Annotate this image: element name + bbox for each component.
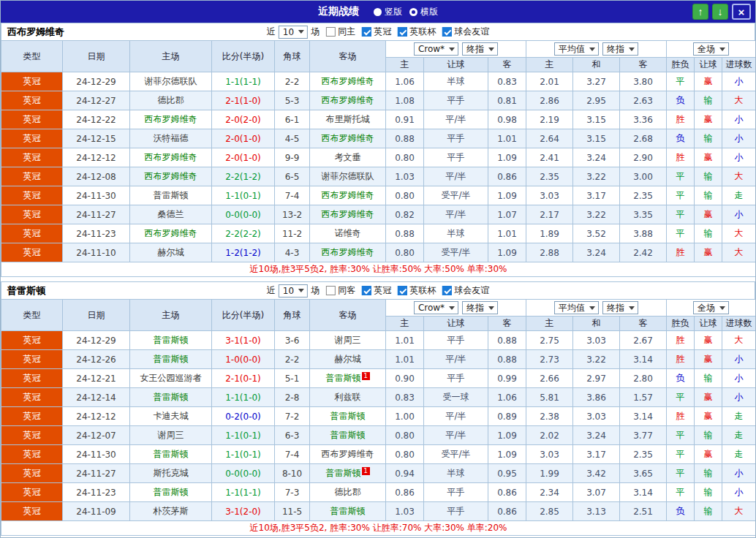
- match-row[interactable]: 英冠 24-11-09 朴茨茅斯 3-1(2-0) 11-5 普雷斯顿 1.03…: [1, 502, 756, 521]
- home-team-cell[interactable]: 普雷斯顿: [130, 483, 212, 502]
- match-row[interactable]: 英冠 24-12-14 普雷斯顿 1-1(1-0) 2-8 利兹联 0.83 受…: [1, 388, 756, 407]
- match-row[interactable]: 英冠 24-12-26 普雷斯顿 1-0(0-0) 2-2 赫尔城 1.01 平…: [1, 350, 756, 369]
- match-row[interactable]: 英冠 24-12-21 女王公园巡游者 2-1(0-1) 5-1 普雷斯顿1 0…: [1, 369, 756, 388]
- score-cell: 2-2(2-2): [212, 224, 275, 243]
- match-row[interactable]: 英冠 24-11-10 赫尔城 1-2(1-2) 4-3 西布罗姆维奇 0.80…: [1, 243, 756, 262]
- match-row[interactable]: 英冠 24-11-23 普雷斯顿 1-1(1-1) 7-3 德比郡 0.86 平…: [1, 483, 756, 502]
- away-team-cell[interactable]: 普雷斯顿: [310, 407, 386, 426]
- home-team-cell[interactable]: 桑德兰: [130, 205, 212, 224]
- match-count-select[interactable]: 10: [279, 284, 308, 298]
- match-row[interactable]: 英冠 24-12-07 谢周三 1-1(0-1) 6-3 普雷斯顿 0.80 平…: [1, 426, 756, 445]
- away-team-cell[interactable]: 西布罗姆维奇: [310, 129, 386, 148]
- home-team-cell[interactable]: 西布罗姆维奇: [130, 148, 212, 167]
- home-team-cell[interactable]: 谢菲尔德联队: [130, 72, 212, 91]
- asia-away-odds-cell: 1.06: [488, 388, 526, 407]
- euro-odds-source-select[interactable]: 平均值: [554, 301, 599, 314]
- match-row[interactable]: 英冠 24-11-30 普雷斯顿 1-1(0-1) 7-4 西布罗姆维奇 0.8…: [1, 186, 756, 205]
- home-team-cell[interactable]: 朴茨茅斯: [130, 502, 212, 521]
- away-team-cell[interactable]: 西布罗姆维奇: [310, 91, 386, 110]
- match-row[interactable]: 英冠 24-12-08 西布罗姆维奇 2-2(1-2) 6-5 谢菲尔德联队 1…: [1, 167, 756, 186]
- home-team-cell[interactable]: 沃特福德: [130, 129, 212, 148]
- match-row[interactable]: 英冠 24-12-12 卡迪夫城 0-2(0-0) 7-2 普雷斯顿 1.00 …: [1, 407, 756, 426]
- away-team-cell[interactable]: 诺维奇: [310, 224, 386, 243]
- asia-odds-source-select[interactable]: Crow*: [414, 301, 458, 314]
- euro-home-odds-cell: 2.85: [526, 502, 573, 521]
- scope-select[interactable]: 全场: [693, 42, 729, 56]
- away-team-cell[interactable]: 西布罗姆维奇: [310, 205, 386, 224]
- filter-checkbox-friendly[interactable]: 球会友谊: [442, 284, 489, 297]
- home-team-cell[interactable]: 德比郡: [130, 91, 212, 110]
- asia-odds-final-select[interactable]: 终指: [462, 301, 498, 314]
- away-team-cell[interactable]: 普雷斯顿1: [310, 464, 386, 483]
- away-team-cell[interactable]: 利兹联: [310, 388, 386, 407]
- away-team-cell[interactable]: 西布罗姆维奇: [310, 72, 386, 91]
- home-team-cell[interactable]: 普雷斯顿: [130, 186, 212, 205]
- away-team-cell[interactable]: 赫尔城: [310, 350, 386, 369]
- away-team-cell[interactable]: 普雷斯顿: [310, 426, 386, 445]
- home-team-cell[interactable]: 普雷斯顿: [130, 445, 212, 464]
- asia-odds-source-select[interactable]: Crow*: [414, 42, 458, 56]
- euro-odds-final-select[interactable]: 终指: [602, 301, 638, 314]
- match-row[interactable]: 英冠 24-12-27 德比郡 2-1(1-0) 5-3 西布罗姆维奇 1.08…: [1, 91, 756, 110]
- euro-draw-odds-cell: 3.22: [573, 205, 620, 224]
- date-cell: 24-12-08: [63, 167, 130, 186]
- away-team-cell[interactable]: 西布罗姆维奇: [310, 186, 386, 205]
- away-team-cell[interactable]: 普雷斯顿1: [310, 369, 386, 388]
- euro-odds-final-select[interactable]: 终指: [602, 42, 638, 56]
- up-arrow-icon: ↑: [698, 7, 703, 17]
- match-row[interactable]: 英冠 24-11-23 西布罗姆维奇 2-2(2-2) 11-2 诺维奇 0.8…: [1, 224, 756, 243]
- result-wdl-cell: 平: [667, 483, 695, 502]
- away-team-cell[interactable]: 谢周三: [310, 331, 386, 350]
- match-row[interactable]: 英冠 24-12-29 普雷斯顿 3-1(1-0) 3-6 谢周三 1.01 平…: [1, 331, 756, 350]
- away-team-cell[interactable]: 德比郡: [310, 483, 386, 502]
- match-row[interactable]: 英冠 24-12-12 西布罗姆维奇 2-0(1-0) 9-9 考文垂 0.80…: [1, 148, 756, 167]
- match-row[interactable]: 英冠 24-12-15 沃特福德 2-0(1-0) 4-5 西布罗姆维奇 0.8…: [1, 129, 756, 148]
- filter-checkbox-league-cup[interactable]: 英联杯: [398, 26, 436, 38]
- filter-checkbox-same-venue[interactable]: 同客: [326, 284, 355, 297]
- result-wdl-cell: 胜: [667, 350, 695, 369]
- home-team-cell[interactable]: 谢周三: [130, 426, 212, 445]
- match-row[interactable]: 英冠 24-11-27 桑德兰 0-0(0-0) 13-2 西布罗姆维奇 0.8…: [1, 205, 756, 224]
- col-header-home: 主场: [130, 41, 212, 72]
- match-row[interactable]: 英冠 24-12-22 西布罗姆维奇 2-0(2-0) 6-1 布里斯托城 0.…: [1, 110, 756, 129]
- home-team-cell[interactable]: 斯托克城: [130, 464, 212, 483]
- radio-icon: [409, 8, 417, 16]
- filter-checkbox-same-venue[interactable]: 同主: [326, 26, 355, 38]
- home-team-cell[interactable]: 卡迪夫城: [130, 407, 212, 426]
- asia-away-odds-cell: 0.86: [488, 502, 526, 521]
- view-option-horizontal[interactable]: 横版: [409, 6, 438, 18]
- scope-select[interactable]: 全场: [693, 301, 729, 314]
- match-count-select[interactable]: 10: [279, 26, 308, 39]
- filter-checkbox-league-cup[interactable]: 英联杯: [398, 284, 436, 297]
- match-row[interactable]: 英冠 24-12-29 谢菲尔德联队 1-1(1-1) 2-2 西布罗姆维奇 1…: [1, 72, 756, 91]
- euro-home-odds-cell: 2.75: [526, 331, 573, 350]
- home-team-cell[interactable]: 西布罗姆维奇: [130, 167, 212, 186]
- home-team-cell[interactable]: 普雷斯顿: [130, 388, 212, 407]
- away-team-cell[interactable]: 考文垂: [310, 148, 386, 167]
- home-team-cell[interactable]: 女王公园巡游者: [130, 369, 212, 388]
- filter-checkbox-championship[interactable]: 英冠: [362, 284, 391, 297]
- filter-checkbox-friendly[interactable]: 球会友谊: [442, 26, 489, 38]
- euro-odds-source-select[interactable]: 平均值: [554, 42, 599, 56]
- asia-away-odds-cell: 1.09: [488, 148, 526, 167]
- home-team-cell[interactable]: 普雷斯顿: [130, 350, 212, 369]
- euro-home-odds-cell: 2.73: [526, 350, 573, 369]
- home-team-cell[interactable]: 普雷斯顿: [130, 331, 212, 350]
- league-cell: 英冠: [1, 464, 63, 483]
- view-option-vertical[interactable]: 竖版: [374, 6, 402, 18]
- away-team-cell[interactable]: 西布罗姆维奇: [310, 445, 386, 464]
- close-button[interactable]: ×: [732, 4, 751, 20]
- away-team-cell[interactable]: 谢菲尔德联队: [310, 167, 386, 186]
- home-team-cell[interactable]: 西布罗姆维奇: [130, 110, 212, 129]
- match-row[interactable]: 英冠 24-11-27 斯托克城 0-0(0-0) 8-10 普雷斯顿1 0.9…: [1, 464, 756, 483]
- away-team-cell[interactable]: 布里斯托城: [310, 110, 386, 129]
- home-team-cell[interactable]: 赫尔城: [130, 243, 212, 262]
- home-team-cell[interactable]: 西布罗姆维奇: [130, 224, 212, 243]
- filter-checkbox-championship[interactable]: 英冠: [362, 26, 391, 38]
- match-row[interactable]: 英冠 24-11-30 普雷斯顿 1-1(0-1) 7-4 西布罗姆维奇 0.8…: [1, 445, 756, 464]
- away-team-cell[interactable]: 普雷斯顿: [310, 502, 386, 521]
- scroll-up-button[interactable]: ↑: [692, 4, 708, 20]
- scroll-down-button[interactable]: ↓: [712, 4, 728, 20]
- away-team-cell[interactable]: 西布罗姆维奇: [310, 243, 386, 262]
- asia-odds-final-select[interactable]: 终指: [462, 42, 498, 56]
